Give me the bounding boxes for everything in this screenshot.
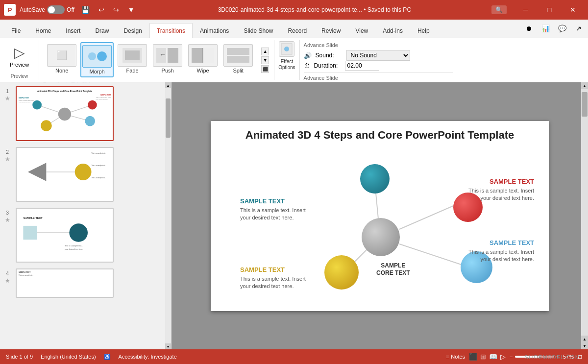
center-label-area: SAMPLECORE TEXT <box>376 262 410 277</box>
comment-icon[interactable]: 💬 <box>555 21 569 36</box>
transition-push[interactable]: ← Push <box>151 42 184 75</box>
accessibility-icon: ♿ <box>104 354 111 360</box>
sound-select[interactable]: No Sound <box>346 50 410 61</box>
tab-insert[interactable]: Insert <box>58 23 88 38</box>
sound-icon: 🔊 <box>304 52 312 59</box>
minimize-button[interactable]: ─ <box>514 2 537 17</box>
canvas-scroll-handle[interactable] <box>582 92 588 117</box>
zoom-out-icon[interactable]: − <box>510 354 513 360</box>
maximize-button[interactable]: □ <box>538 2 561 17</box>
teal-header: SAMPLE TEXT <box>240 197 306 205</box>
duration-input[interactable] <box>345 61 379 71</box>
panel-scrollbar[interactable]: ▲ ▼ <box>165 82 171 349</box>
slide-item-3[interactable]: 3 ★ SAMPLE TEXT This is a sample text... <box>2 208 169 263</box>
transition-fade-preview <box>118 44 147 67</box>
effect-options-button[interactable] <box>279 41 294 57</box>
tab-view[interactable]: View <box>348 23 375 38</box>
svg-point-1 <box>97 51 107 61</box>
slide-star-1: ★ <box>5 95 10 102</box>
tab-draw[interactable]: Draw <box>88 23 116 38</box>
transition-split[interactable]: Split <box>221 42 255 75</box>
present-icon[interactable]: 📊 <box>538 21 553 36</box>
canvas-scroll-up[interactable]: ▲ <box>581 82 588 89</box>
autosave-state: Off <box>67 6 74 13</box>
panel-scroll-down[interactable]: ▼ <box>165 343 171 349</box>
notes-button[interactable]: ≡ Notes <box>446 354 465 360</box>
svg-point-20 <box>32 100 42 110</box>
slideshow-icon[interactable]: ▷ <box>500 353 506 361</box>
slide-star-3: ★ <box>5 217 10 223</box>
reading-view-icon[interactable]: 📖 <box>489 353 497 361</box>
transitions-list: ⬜ None Morph <box>43 40 260 79</box>
transition-none[interactable]: ⬜ None <box>45 42 78 75</box>
slide-thumbnail-1[interactable]: Animated 3D 4 Steps and Core PowerPoint … <box>16 86 114 141</box>
undo-icon[interactable]: ↩ <box>96 5 107 15</box>
svg-marker-25 <box>28 163 47 181</box>
slide-item-2[interactable]: 2 ★ This is a sample text... This is a <box>2 147 169 202</box>
scroll-down-button[interactable]: ▼ <box>261 56 269 64</box>
slide-sorter-icon[interactable]: ⊞ <box>480 353 486 361</box>
svg-point-22 <box>41 120 52 131</box>
tab-animations[interactable]: Animations <box>193 23 236 38</box>
tab-slideshow[interactable]: Slide Show <box>236 23 280 38</box>
tab-help[interactable]: Help <box>410 23 437 38</box>
canvas-scroll-down-arrow2[interactable]: ▼ <box>581 342 588 349</box>
svg-point-30 <box>69 223 88 242</box>
svg-rect-11 <box>227 48 249 55</box>
title-bar: P AutoSave Off 💾 ↩ ↪ ▼ 3D0020-animated-3… <box>0 0 588 20</box>
slide-panel: 1 ★ Animated 3D 4 Steps and Core PowerPo… <box>0 82 172 349</box>
duration-row: ⏱ Duration: <box>304 61 453 71</box>
preview-button[interactable]: ▷ Preview <box>4 40 35 72</box>
share-icon[interactable]: ↗ <box>571 21 586 36</box>
accessibility-info[interactable]: Accessibility: Investigate <box>119 354 177 360</box>
teal-body: This is a sample text. Insertyour desire… <box>240 207 306 222</box>
slide-thumbnail-2[interactable]: This is a sample text... This is a sampl… <box>16 147 114 202</box>
record-icon[interactable]: ⏺ <box>521 21 536 36</box>
save-icon[interactable]: 💾 <box>78 5 93 15</box>
preview-label: Preview <box>10 62 29 68</box>
slide-thumbnail-3[interactable]: SAMPLE TEXT This is a sample text... you… <box>16 208 114 263</box>
customize-quick-access-icon[interactable]: ▼ <box>125 5 138 15</box>
tab-transitions[interactable]: Transitions <box>149 23 193 38</box>
transition-morph[interactable]: Morph <box>80 42 114 77</box>
tab-home[interactable]: Home <box>28 23 58 38</box>
svg-point-26 <box>75 164 92 180</box>
tab-design[interactable]: Design <box>116 23 149 38</box>
ribbon-content: ▷ Preview Preview ⬜ None <box>0 38 588 82</box>
slide-item-4[interactable]: 4 ★ SAMPLE TEXT This is a sample text... <box>2 268 169 298</box>
autosave-toggle[interactable] <box>47 5 65 14</box>
panel-scroll-handle[interactable] <box>166 98 171 138</box>
scroll-more-button[interactable]: ⬛ <box>261 65 269 73</box>
tab-addins[interactable]: Add-ins <box>375 23 410 38</box>
canvas-title-normal: PowerPoint Template <box>402 129 514 141</box>
transition-none-preview: ⬜ <box>47 44 76 67</box>
timing-section: Advance Slide 🔊 Sound: No Sound ⏱ Durati… <box>300 40 457 80</box>
tab-record[interactable]: Record <box>280 23 314 38</box>
red-header: SAMPLE TEXT <box>468 178 534 185</box>
blue-body: This is a sample text. Insertyour desire… <box>468 248 534 264</box>
tab-file[interactable]: File <box>4 23 28 38</box>
slide-thumbnail-4[interactable]: SAMPLE TEXT This is a sample text... <box>16 268 114 298</box>
svg-line-34 <box>399 205 456 229</box>
close-button[interactable]: ✕ <box>562 2 584 17</box>
panel-scroll-up[interactable]: ▲ <box>165 82 171 88</box>
slide-item-1[interactable]: 1 ★ Animated 3D 4 Steps and Core PowerPo… <box>2 86 169 141</box>
canvas-scroll-down-arrow1[interactable]: ▲ <box>581 336 588 342</box>
search-box[interactable]: 🔍 <box>491 5 507 14</box>
transition-morph-preview <box>82 45 112 68</box>
transition-wipe[interactable]: Wipe <box>186 42 220 75</box>
redo-icon[interactable]: ↪ <box>110 5 122 15</box>
yellow-body: This is a sample text. Insertyour desire… <box>240 275 306 291</box>
status-bar: Slide 1 of 9 English (United States) ♿ A… <box>0 349 588 364</box>
sound-label: Sound: <box>316 52 343 59</box>
transition-scroll-buttons: ▲ ▼ ⬛ <box>260 48 270 73</box>
normal-view-icon[interactable]: ⬛ <box>469 353 477 361</box>
sound-row: 🔊 Sound: No Sound <box>304 50 453 61</box>
app-logo: P <box>4 4 16 16</box>
tab-review[interactable]: Review <box>314 23 348 38</box>
transition-fade[interactable]: Fade <box>116 42 149 75</box>
canvas-scrollbar[interactable]: ▲ ▲ ▼ <box>581 82 588 349</box>
window-controls: ─ □ ✕ <box>514 2 584 17</box>
transition-wipe-preview <box>188 44 218 67</box>
scroll-up-button[interactable]: ▲ <box>261 48 269 55</box>
